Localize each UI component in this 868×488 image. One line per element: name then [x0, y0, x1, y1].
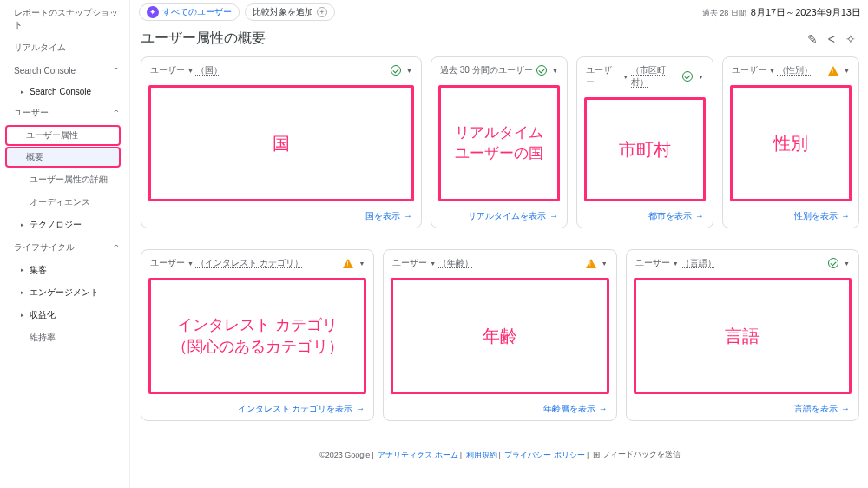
page-title: ユーザー属性の概要 [141, 30, 266, 48]
status-warn-icon [343, 259, 353, 268]
chip-add-compare[interactable]: 比較対象を追加+ [245, 3, 335, 21]
sidebar-item-engagement[interactable]: ▸エンゲージメント [0, 281, 129, 304]
sidebar-section-user[interactable]: ユーザー⌃ [0, 102, 129, 124]
status-ok-icon [682, 71, 693, 82]
view-gender-link[interactable]: 性別を表示→ [723, 205, 858, 228]
status-warn-icon [828, 66, 838, 76]
view-age-link[interactable]: 年齢層を表示→ [384, 398, 615, 420]
sidebar-section-search-console[interactable]: Search Console⌃ [0, 59, 129, 82]
dropdown-icon[interactable]: ▼ [844, 68, 850, 74]
sidebar-item-technology[interactable]: ▸テクノロジー [0, 214, 129, 236]
view-realtime-link[interactable]: リアルタイムを表示→ [431, 205, 567, 228]
sidebar-item-search-console[interactable]: ▸Search Console [0, 82, 129, 102]
card-realtime: 過去 30 分間のユーザー▼ リアルタイムユーザーの国 リアルタイムを表示→ [431, 56, 568, 228]
view-interest-link[interactable]: インタレスト カテゴリを表示→ [141, 398, 373, 420]
card-city: ユーザー▼（市区町村）▼ 市町村 都市を表示→ [576, 56, 713, 228]
card-age: ユーザー▼（年齢）▼ 年齢 年齢層を表示→ [383, 249, 616, 421]
plus-icon: + [317, 7, 327, 17]
status-ok-icon [536, 65, 547, 76]
caret-icon: ▸ [21, 221, 24, 228]
card-body: 年齢 [391, 278, 608, 394]
sidebar: レポートのスナップショット リアルタイム Search Console⌃ ▸Se… [0, 0, 130, 488]
sidebar-item-monetize[interactable]: ▸収益化 [0, 304, 129, 326]
insights-icon[interactable]: ✧ [845, 32, 856, 46]
topbar: ✦すべてのユーザー 比較対象を追加+ 過去 28 日間 8月17日～2023年9… [130, 0, 868, 24]
view-lang-link[interactable]: 言語を表示→ [627, 398, 858, 420]
status-warn-icon [586, 259, 596, 268]
dropdown-icon[interactable]: ▼ [844, 260, 850, 267]
sidebar-section-lifecycle[interactable]: ライフサイクル⌃ [0, 236, 129, 259]
edit-icon[interactable]: ✎ [807, 32, 818, 46]
user-icon: ✦ [147, 6, 159, 18]
card-body: インタレスト カテゴリ（関心のあるカテゴリ） [148, 278, 366, 394]
card-body: リアルタイムユーザーの国 [438, 85, 560, 201]
arrow-icon: → [841, 211, 850, 221]
status-ok-icon [828, 258, 838, 268]
dropdown-icon[interactable]: ▼ [358, 260, 365, 267]
chevron-up-icon: ⌃ [112, 67, 121, 74]
card-body: 市町村 [584, 97, 706, 201]
dropdown-icon[interactable]: ▼ [698, 74, 704, 80]
chevron-up-icon: ⌃ [112, 109, 121, 116]
dropdown-icon[interactable]: ▼ [430, 260, 436, 267]
dropdown-icon[interactable]: ▼ [406, 68, 412, 74]
date-range[interactable]: 過去 28 日間 8月17日～2023年9月13日 [702, 6, 861, 19]
card-body: 性別 [730, 85, 852, 201]
sidebar-item-audience[interactable]: オーディエンス [0, 191, 129, 214]
sidebar-item-retention[interactable]: 維持率 [0, 326, 129, 349]
card-lang: ユーザー▼（言語）▼ 言語 言語を表示→ [626, 249, 859, 421]
card-body: 国 [148, 85, 414, 201]
chevron-up-icon: ⌃ [112, 244, 121, 251]
caret-icon: ▸ [21, 312, 24, 319]
view-country-link[interactable]: 国を表示→ [141, 205, 421, 228]
footer-feedback-link[interactable]: ⊞フィードバックを送信 [593, 449, 681, 460]
arrow-icon: → [549, 211, 558, 221]
footer-home-link[interactable]: アナリティクス ホーム [378, 451, 458, 459]
caret-icon: ▸ [21, 89, 24, 96]
sidebar-item-overview[interactable]: 概要 [5, 147, 121, 168]
status-ok-icon [391, 65, 401, 76]
card-gender: ユーザー▼（性別）▼ 性別 性別を表示→ [722, 56, 859, 228]
caret-icon: ▸ [21, 267, 24, 274]
dropdown-icon[interactable]: ▼ [602, 260, 608, 267]
dropdown-icon[interactable]: ▼ [187, 260, 194, 267]
dropdown-icon[interactable]: ▼ [187, 68, 194, 74]
footer-terms-link[interactable]: 利用規約 [466, 451, 497, 459]
feedback-icon: ⊞ [593, 450, 600, 459]
arrow-icon: → [599, 404, 608, 413]
sidebar-item-user-attr-detail[interactable]: ユーザー属性の詳細 [0, 168, 129, 191]
arrow-icon: → [695, 211, 704, 221]
share-icon[interactable]: < [828, 32, 835, 46]
card-interest: ユーザー▼（インタレスト カテゴリ）▼ インタレスト カテゴリ（関心のあるカテゴ… [141, 249, 374, 421]
card-country: ユーザー▼（国）▼ 国 国を表示→ [141, 56, 422, 228]
footer: ©2023 Google| アナリティクス ホーム| 利用規約| プライバシー … [141, 442, 859, 470]
sidebar-item-snapshot[interactable]: レポートのスナップショット [0, 2, 129, 36]
arrow-icon: → [356, 404, 365, 413]
chip-all-users[interactable]: ✦すべてのユーザー [139, 3, 240, 21]
sidebar-item-realtime[interactable]: リアルタイム [0, 36, 129, 59]
view-city-link[interactable]: 都市を表示→ [577, 205, 713, 228]
footer-privacy-link[interactable]: プライバシー ポリシー [504, 451, 585, 459]
sidebar-item-user-attr[interactable]: ユーザー属性 [5, 125, 121, 146]
dropdown-icon[interactable]: ▼ [769, 68, 775, 74]
dropdown-icon[interactable]: ▼ [673, 260, 679, 267]
arrow-icon: → [404, 211, 412, 221]
dropdown-icon[interactable]: ▼ [552, 68, 558, 74]
sidebar-item-acquisition[interactable]: ▸集客 [0, 259, 129, 281]
arrow-icon: → [841, 404, 850, 413]
caret-icon: ▸ [21, 289, 24, 296]
card-body: 言語 [634, 278, 852, 394]
dropdown-icon[interactable]: ▼ [622, 74, 628, 80]
